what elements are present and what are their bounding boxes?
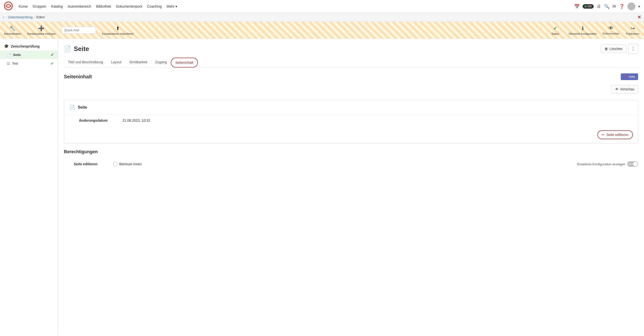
section-header: Seiteninhalt ❓ Hilfe	[64, 73, 638, 80]
page-title-text: Seite	[74, 45, 89, 53]
nav-autorenbereich[interactable]: Autorenbereich	[68, 4, 91, 8]
print-icon[interactable]: 🖨	[597, 4, 601, 9]
breadcrumb-sep1: /	[6, 15, 7, 19]
toolbar-kursbausteine-einfuegen-label: Kursbausteine einfügen	[27, 32, 56, 35]
nav-katalog[interactable]: Katalog	[51, 4, 63, 8]
eye-icon: 👁	[615, 87, 618, 91]
delete-button[interactable]: 🗑 Löschen	[601, 45, 626, 53]
avatar[interactable]	[628, 2, 635, 10]
nav-dokumentenpool[interactable]: Dokumentenpool	[116, 4, 142, 8]
sidebar-item-test[interactable]: ☑ Test ✔	[0, 59, 58, 68]
content-card-body: Änderungsdatum 21.08.2023, 10:32	[64, 115, 638, 128]
sidebar-course-name: Zwischenprüfung	[11, 44, 40, 48]
tab-layout[interactable]: Layout	[107, 58, 125, 67]
breadcrumb-course-link[interactable]: Zwischenprüfung	[8, 15, 32, 19]
berechtigungen-content: Betreuer·innen	[113, 162, 577, 166]
edit-icon: ✏	[602, 133, 605, 137]
sidebar-item-seite[interactable]: 📄 Seite ✔	[0, 50, 58, 59]
sidebar: 🎓 Zwischenprüfung 📄 Seite ✔ ☑ Test ✔	[0, 39, 58, 336]
question-icon: ❓	[624, 75, 628, 79]
sidebar-check-test: ✔	[50, 61, 54, 66]
card-page-icon: 📄	[69, 104, 75, 110]
content-area: 📄 Seite 🗑 Löschen ⋮ Titel und Beschreibu…	[58, 39, 644, 336]
content-card-title: Seite	[78, 105, 87, 110]
breadcrumb-current: Editor	[36, 15, 45, 19]
aenderungsdatum-label: Änderungsdatum	[79, 119, 118, 122]
calendar-icon[interactable]: 📅	[574, 4, 580, 9]
toolbar-kursbausteine-einfuegen[interactable]: ➕ Kursbausteine einfügen	[27, 25, 56, 35]
breadcrumb-sep2: /	[34, 15, 35, 19]
toolbar-status-label: Status	[552, 32, 559, 35]
toolbar-kursbausteine-importieren[interactable]: ⬆ Kursbausteine importieren	[102, 25, 134, 35]
hilfe-button[interactable]: ❓ Hilfe	[621, 73, 638, 80]
status-text: 0/0	[588, 5, 592, 8]
page-actions: 🗑 Löschen ⋮	[601, 44, 638, 54]
sidebar-check-seite: ✔	[50, 52, 54, 57]
nav-links: Kurse Gruppen Katalog Autorenbereich Bib…	[19, 4, 568, 8]
toolbar-uebersicht-label: Übersicht Konfiguration	[568, 32, 597, 35]
page-title: 📄 Seite	[64, 45, 601, 53]
tabs: Titel und Beschreibung Layout Sichtbarke…	[64, 58, 638, 67]
toolbar: 🔧 Administration ➕ Kursbausteine einfüge…	[0, 22, 644, 39]
toolbar-kursvorschau-label: Kursvorschau	[603, 32, 619, 35]
mail-icon[interactable]: ✉	[612, 4, 616, 9]
betreuer-checkbox[interactable]	[113, 162, 117, 166]
section-title: Seiteninhalt	[64, 74, 621, 80]
erweiterte-label: Erweiterte Konfiguration anzeigen	[577, 162, 625, 166]
nav-coaching[interactable]: Coaching	[147, 4, 162, 8]
tab-zugang[interactable]: Zugang	[151, 58, 171, 67]
toolbar-administration[interactable]: 🔧 Administration	[4, 25, 21, 35]
seite-editieren-perm-label: Seite editieren	[64, 162, 113, 166]
plus-circle-icon: ➕	[38, 25, 44, 31]
breadcrumb-back-button[interactable]: ‹	[3, 15, 4, 19]
content-card-actions: ✏ Seite editieren	[64, 128, 638, 143]
berechtigungen-title: Berechtigungen	[64, 149, 638, 155]
more-button[interactable]: ⋮	[628, 44, 638, 54]
tab-titel-beschreibung[interactable]: Titel und Beschreibung	[64, 58, 107, 67]
nav-mehr[interactable]: Mehr ▾	[166, 4, 177, 8]
sidebar-item-seite-label: Seite	[13, 53, 21, 57]
betreuer-label: Betreuer·innen	[119, 162, 142, 166]
toolbar-status[interactable]: ✔ Status	[548, 25, 562, 35]
status-badge[interactable]: 0/0	[582, 4, 594, 9]
vorschau-label: Vorschau	[620, 87, 634, 91]
close-icon[interactable]: ✕	[637, 14, 641, 20]
hilfe-label: Hilfe	[629, 75, 635, 79]
sidebar-course-title[interactable]: 🎓 Zwischenprüfung	[0, 42, 58, 50]
nav-right: 📅 0/0 🖨 🔍 ✉ ❓ ▾	[574, 2, 640, 10]
check-icon: ✔	[553, 25, 558, 31]
help-icon[interactable]: ❓	[619, 4, 624, 9]
toolbar-kursbausteine-importieren-label: Kursbausteine importieren	[102, 32, 134, 35]
berechtigungen-right: Erweiterte Konfiguration anzeigen AUS	[577, 161, 638, 167]
status-dot	[584, 5, 586, 7]
content-card-row-aenderungsdatum: Änderungsdatum 21.08.2023, 10:32	[79, 119, 633, 122]
berechtigungen-section: Berechtigungen Seite editieren Betreuer·…	[64, 149, 638, 170]
seite-editieren-label: Seite editieren	[606, 133, 628, 137]
toolbar-publizieren[interactable]: ↪ Publizieren	[625, 25, 640, 35]
vorschau-row: 👁 Vorschau	[64, 85, 638, 97]
avatar-dropdown-icon[interactable]: ▾	[638, 4, 640, 8]
toggle-knob	[633, 162, 638, 166]
nav-logo[interactable]	[4, 1, 13, 11]
berechtigungen-row: Seite editieren Betreuer·innen Erweitert…	[64, 159, 638, 170]
tab-sichtbarkeit[interactable]: Sichtbarkeit	[125, 58, 151, 67]
quick-add-input[interactable]	[62, 27, 96, 34]
delete-label: Löschen	[610, 47, 622, 51]
info-icon: ℹ	[582, 25, 584, 31]
toolbar-uebersicht[interactable]: ℹ Übersicht Konfiguration	[568, 25, 597, 35]
toolbar-publizieren-label: Publizieren	[626, 32, 639, 35]
nav-kurse[interactable]: Kurse	[19, 4, 28, 8]
nav-gruppen[interactable]: Gruppen	[33, 4, 46, 8]
tab-seiteninhalt[interactable]: Seiteninhalt	[171, 58, 198, 67]
search-icon[interactable]: 🔍	[604, 4, 610, 9]
upload-icon: ⬆	[116, 25, 120, 31]
test-icon: ☑	[7, 62, 10, 65]
nav-bibliothek[interactable]: Bibliothek	[96, 4, 111, 8]
breadcrumb-bar: ‹ / Zwischenprüfung / Editor ✕	[0, 13, 644, 22]
toolbar-kursvorschau[interactable]: 👁 Kursvorschau	[603, 25, 619, 35]
vorschau-button[interactable]: 👁 Vorschau	[612, 85, 638, 93]
page-title-icon: 📄	[64, 45, 71, 52]
seite-editieren-button[interactable]: ✏ Seite editieren	[597, 130, 633, 139]
erweiterte-toggle[interactable]: AUS	[627, 161, 638, 167]
share-icon: ↪	[631, 25, 635, 31]
